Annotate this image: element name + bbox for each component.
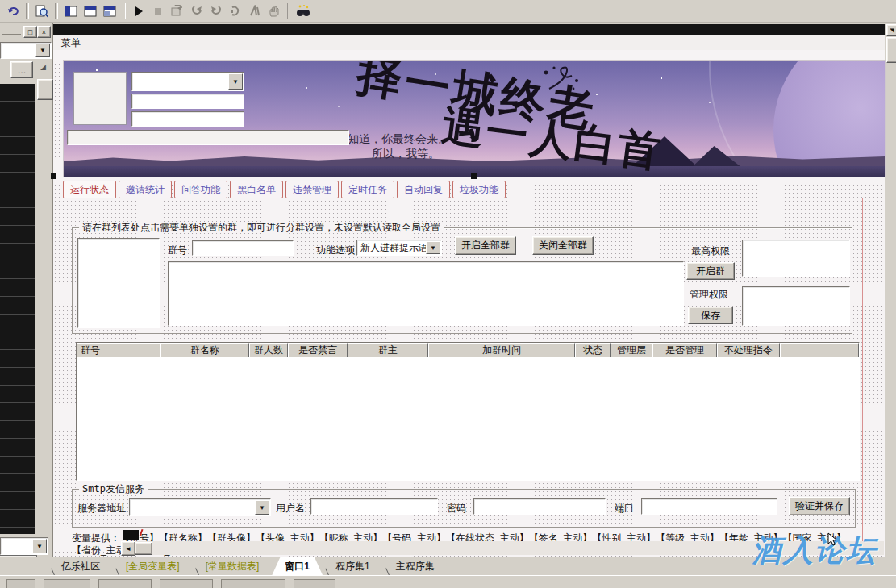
palette-item[interactable] bbox=[221, 579, 285, 588]
tab-invite-stats[interactable]: 邀请统计 bbox=[119, 181, 172, 198]
close-button[interactable]: × bbox=[37, 26, 51, 38]
property-list[interactable] bbox=[0, 84, 35, 534]
tab-scheduled-tasks[interactable]: 定时任务 bbox=[341, 181, 394, 198]
window-layout-bottom-icon[interactable] bbox=[81, 2, 99, 20]
tab-assembly1[interactable]: 程序集1 bbox=[323, 557, 383, 575]
scroll-corner-button[interactable]: ◥ bbox=[886, 24, 896, 36]
chevron-down-icon[interactable]: ▼ bbox=[35, 44, 50, 57]
v-scrollbar-thumb[interactable] bbox=[886, 37, 896, 63]
scrollbar-thumb[interactable] bbox=[135, 542, 152, 555]
toolbar-separator bbox=[55, 3, 58, 19]
prompt-textarea[interactable] bbox=[168, 261, 684, 326]
designer-v-scrollbar[interactable]: ◥ bbox=[886, 23, 896, 557]
col-ignore-command[interactable]: 不处理指令 bbox=[717, 343, 780, 357]
break-icon[interactable] bbox=[246, 2, 264, 20]
palette-item[interactable] bbox=[98, 579, 152, 588]
stop-icon[interactable] bbox=[149, 2, 167, 20]
property-ellipsis-button[interactable]: … bbox=[10, 61, 33, 78]
selection-handle[interactable] bbox=[51, 173, 56, 179]
palette-item[interactable] bbox=[6, 579, 35, 588]
max-permission-box[interactable] bbox=[742, 240, 850, 277]
maximize-button[interactable]: □ bbox=[23, 26, 37, 38]
step-over-icon[interactable] bbox=[169, 2, 186, 20]
smtp-user-input[interactable] bbox=[310, 498, 438, 515]
tab-main-assembly[interactable]: 主程序集 bbox=[383, 557, 448, 575]
col-owner[interactable]: 群主 bbox=[348, 343, 428, 357]
tab-auto-reply[interactable]: 自动回复 bbox=[397, 181, 450, 198]
palette-item[interactable] bbox=[160, 579, 213, 588]
smtp-password-input[interactable] bbox=[473, 498, 606, 515]
open-group-button[interactable]: 开启群 bbox=[686, 262, 735, 280]
banner-input-1[interactable] bbox=[131, 94, 244, 109]
group-listbox[interactable] bbox=[77, 238, 160, 328]
smtp-password-label: 密码 bbox=[447, 502, 466, 515]
menu-label: 菜单 bbox=[61, 36, 81, 50]
tab-global-variables[interactable]: [全局变量表] bbox=[113, 557, 193, 575]
close-all-groups-button[interactable]: 关闭全部群 bbox=[532, 236, 594, 255]
undo-icon[interactable] bbox=[4, 2, 22, 20]
banner-input-2[interactable] bbox=[131, 111, 244, 127]
palette-item[interactable] bbox=[44, 579, 90, 588]
object-selector-combobox[interactable]: ▼ bbox=[0, 42, 52, 59]
tab-ban-management[interactable]: 违禁管理 bbox=[285, 181, 339, 198]
smtp-fieldset: Smtp发信服务 服务器地址 ▼ 用户名 密码 端口 验证并保存 bbox=[72, 489, 856, 528]
smtp-title: Smtp发信服务 bbox=[79, 483, 148, 494]
tab-constant-data[interactable]: [常量数据表] bbox=[193, 557, 273, 575]
sort-arrow-icon[interactable]: ◢ bbox=[40, 63, 46, 71]
chevron-down-icon[interactable]: ▼ bbox=[32, 539, 47, 553]
tab-running-status[interactable]: 运行状态 bbox=[63, 181, 116, 198]
tab-junk-function[interactable]: 垃圾功能 bbox=[452, 181, 506, 198]
run-icon[interactable] bbox=[130, 2, 148, 20]
step-out-icon[interactable] bbox=[207, 2, 225, 20]
stars bbox=[96, 69, 98, 71]
verify-save-button[interactable]: 验证并保存 bbox=[789, 497, 850, 515]
menu-row[interactable]: 菜单 bbox=[53, 35, 885, 50]
tab-qa-function[interactable]: 问答功能 bbox=[174, 181, 227, 198]
tab-black-white-list[interactable]: 黑白名单 bbox=[230, 181, 283, 198]
function-combobox[interactable]: 新人进群提示语 ▼ bbox=[356, 240, 442, 256]
admin-permission-label: 管理权限 bbox=[690, 288, 728, 302]
chevron-down-icon[interactable]: ▼ bbox=[255, 500, 269, 515]
banner-status-bar[interactable] bbox=[67, 130, 349, 145]
smtp-server-label: 服务器地址 bbox=[77, 502, 126, 515]
col-status[interactable]: 状态 bbox=[575, 343, 611, 357]
smtp-server-combobox[interactable]: ▼ bbox=[129, 498, 271, 516]
save-button[interactable]: 保存 bbox=[688, 307, 733, 324]
col-join-time[interactable]: 加群时间 bbox=[428, 343, 575, 357]
chevron-down-icon[interactable]: ▼ bbox=[426, 241, 440, 254]
group-no-input[interactable] bbox=[192, 240, 294, 256]
col-muted[interactable]: 是否禁言 bbox=[288, 343, 348, 357]
table-body-empty[interactable] bbox=[77, 357, 859, 478]
group-settings-title: 请在群列表处点击需要单独设置的群，即可进行分群设置，未设置默认读取全局设置 bbox=[79, 222, 444, 233]
binoculars-search-icon[interactable] bbox=[294, 2, 312, 20]
selection-handle[interactable] bbox=[471, 173, 477, 179]
window-layout-top-icon[interactable] bbox=[62, 2, 80, 20]
group-table[interactable]: 群号 群名称 群人数 是否禁言 群主 加群时间 状态 管理层 是否管理 不处理指… bbox=[76, 342, 860, 481]
admin-permission-box[interactable] bbox=[742, 286, 850, 326]
pause-hand-icon[interactable] bbox=[265, 2, 283, 20]
account-combobox[interactable]: ▼ bbox=[131, 72, 244, 91]
find-in-files-icon[interactable] bbox=[33, 2, 51, 20]
tab-window1[interactable]: 窗口1 bbox=[272, 557, 323, 575]
col-extra[interactable] bbox=[780, 343, 859, 357]
col-group-name[interactable]: 群名称 bbox=[160, 343, 249, 357]
panel-small-button[interactable] bbox=[37, 79, 53, 100]
palette-item[interactable] bbox=[294, 579, 335, 588]
open-all-groups-button[interactable]: 开启全部群 bbox=[455, 236, 516, 255]
smtp-port-input[interactable] bbox=[641, 498, 777, 515]
col-member-count[interactable]: 群人数 bbox=[249, 343, 288, 357]
property-filter-combobox[interactable]: ▼ bbox=[0, 537, 48, 555]
col-is-admin[interactable]: 是否管理 bbox=[652, 343, 717, 357]
scroll-left-arrow[interactable]: ◄ bbox=[121, 541, 135, 556]
form-canvas: 择一城终老 遇一人白首 知道，你最终会来。 所以，我等。 ▼ bbox=[53, 50, 885, 557]
chevron-down-icon[interactable]: ▼ bbox=[228, 73, 243, 90]
col-admin-layer[interactable]: 管理层 bbox=[611, 343, 652, 357]
tab-yile-community[interactable]: 亿乐社区 bbox=[48, 557, 113, 575]
ide-window: □ × ▼ … ◢ ▼ 性 菜单 bbox=[0, 0, 896, 588]
col-group-no[interactable]: 群号 bbox=[77, 343, 160, 357]
banner-caption-1: 知道，你最终会来。 bbox=[348, 132, 449, 147]
run-to-cursor-icon[interactable] bbox=[227, 2, 244, 20]
window-layout-split-icon[interactable] bbox=[101, 2, 119, 20]
component-tray-handle[interactable] bbox=[123, 530, 139, 540]
step-into-icon[interactable] bbox=[188, 2, 206, 20]
